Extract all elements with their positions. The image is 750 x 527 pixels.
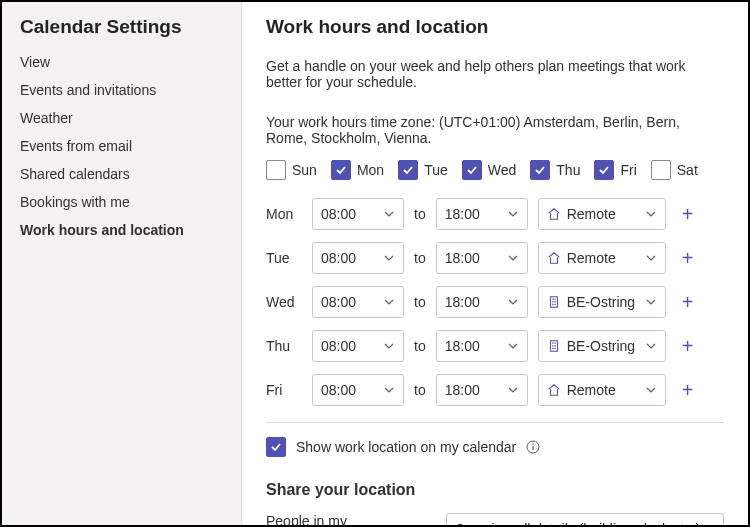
day-toggle-sun[interactable]: Sun <box>266 160 317 180</box>
start-time-select[interactable]: 08:00 <box>312 286 404 318</box>
svg-rect-2 <box>554 299 555 300</box>
end-time-select[interactable]: 18:00 <box>436 242 528 274</box>
checkbox-icon <box>462 160 482 180</box>
svg-rect-5 <box>552 304 553 305</box>
to-label: to <box>414 206 426 222</box>
location-value: BE-Ostring <box>567 294 635 310</box>
chevron-down-icon <box>645 208 657 220</box>
location-select[interactable]: Remote <box>538 374 666 406</box>
row-day-label: Thu <box>266 338 302 354</box>
location-select[interactable]: BE-Ostring <box>538 286 666 318</box>
day-toggle-sat[interactable]: Sat <box>651 160 698 180</box>
to-label: to <box>414 382 426 398</box>
chevron-down-icon <box>703 523 715 525</box>
start-time-select[interactable]: 08:00 <box>312 374 404 406</box>
page-description: Get a handle on your week and help other… <box>266 58 724 90</box>
sidebar-item-bookings[interactable]: Bookings with me <box>2 188 241 216</box>
svg-rect-6 <box>554 304 555 305</box>
location-select[interactable]: Remote <box>538 198 666 230</box>
share-location-row: People in my organisation Can view all d… <box>266 513 724 525</box>
sidebar-item-events-from-email[interactable]: Events from email <box>2 132 241 160</box>
end-time-value: 18:00 <box>445 382 480 398</box>
add-time-slot-button[interactable]: + <box>676 292 700 312</box>
days-of-week-row: SunMonTueWedThuFriSat <box>266 160 724 180</box>
row-day-label: Wed <box>266 294 302 310</box>
work-hours-row-fri: Fri08:00to18:00Remote+ <box>266 374 724 406</box>
to-label: to <box>414 250 426 266</box>
to-label: to <box>414 294 426 310</box>
row-day-label: Fri <box>266 382 302 398</box>
svg-rect-1 <box>552 299 553 300</box>
location-value: Remote <box>567 250 616 266</box>
checkbox-icon <box>594 160 614 180</box>
svg-rect-13 <box>554 348 555 349</box>
chevron-down-icon <box>383 252 395 264</box>
day-toggle-mon[interactable]: Mon <box>331 160 384 180</box>
svg-rect-4 <box>554 301 555 302</box>
location-select[interactable]: Remote <box>538 242 666 274</box>
day-toggle-fri[interactable]: Fri <box>594 160 636 180</box>
sidebar-item-events-invitations[interactable]: Events and invitations <box>2 76 241 104</box>
start-time-select[interactable]: 08:00 <box>312 330 404 362</box>
sidebar-item-work-hours[interactable]: Work hours and location <box>2 216 241 244</box>
end-time-value: 18:00 <box>445 338 480 354</box>
start-time-select[interactable]: 08:00 <box>312 198 404 230</box>
day-label: Fri <box>620 162 636 178</box>
people-in-org-label: People in my organisation <box>266 513 426 525</box>
day-toggle-wed[interactable]: Wed <box>462 160 517 180</box>
show-location-row: Show work location on my calendar <box>266 437 724 457</box>
end-time-select[interactable]: 18:00 <box>436 374 528 406</box>
page-title: Work hours and location <box>266 16 724 38</box>
share-detail-select[interactable]: Can view all details (building, desk etc… <box>446 513 724 525</box>
building-icon <box>547 295 561 309</box>
chevron-down-icon <box>383 384 395 396</box>
end-time-value: 18:00 <box>445 206 480 222</box>
row-day-label: Tue <box>266 250 302 266</box>
checkbox-icon <box>331 160 351 180</box>
day-toggle-tue[interactable]: Tue <box>398 160 448 180</box>
end-time-select[interactable]: 18:00 <box>436 286 528 318</box>
sidebar-item-shared-calendars[interactable]: Shared calendars <box>2 160 241 188</box>
day-label: Sun <box>292 162 317 178</box>
home-icon <box>547 251 561 265</box>
sidebar-item-view[interactable]: View <box>2 48 241 76</box>
start-time-select[interactable]: 08:00 <box>312 242 404 274</box>
svg-rect-7 <box>550 341 557 352</box>
show-location-checkbox[interactable] <box>266 437 286 457</box>
divider <box>266 422 724 423</box>
day-label: Wed <box>488 162 517 178</box>
add-time-slot-button[interactable]: + <box>676 248 700 268</box>
chevron-down-icon <box>383 340 395 352</box>
info-icon[interactable] <box>526 440 540 454</box>
chevron-down-icon <box>645 296 657 308</box>
location-select[interactable]: BE-Ostring <box>538 330 666 362</box>
svg-point-15 <box>532 443 534 445</box>
svg-rect-9 <box>554 343 555 344</box>
share-location-heading: Share your location <box>266 481 724 499</box>
checkbox-icon <box>651 160 671 180</box>
show-location-label: Show work location on my calendar <box>296 439 516 455</box>
svg-rect-8 <box>552 343 553 344</box>
add-time-slot-button[interactable]: + <box>676 204 700 224</box>
add-time-slot-button[interactable]: + <box>676 380 700 400</box>
start-time-value: 08:00 <box>321 382 356 398</box>
chevron-down-icon <box>383 296 395 308</box>
day-label: Sat <box>677 162 698 178</box>
location-value: Remote <box>567 382 616 398</box>
chevron-down-icon <box>383 208 395 220</box>
day-label: Mon <box>357 162 384 178</box>
start-time-value: 08:00 <box>321 338 356 354</box>
add-time-slot-button[interactable]: + <box>676 336 700 356</box>
sidebar-item-weather[interactable]: Weather <box>2 104 241 132</box>
day-toggle-thu[interactable]: Thu <box>530 160 580 180</box>
work-hours-row-wed: Wed08:00to18:00BE-Ostring+ <box>266 286 724 318</box>
sidebar-title: Calendar Settings <box>2 16 241 48</box>
chevron-down-icon <box>507 384 519 396</box>
end-time-select[interactable]: 18:00 <box>436 330 528 362</box>
work-hours-row-thu: Thu08:00to18:00BE-Ostring+ <box>266 330 724 362</box>
end-time-select[interactable]: 18:00 <box>436 198 528 230</box>
checkbox-icon <box>398 160 418 180</box>
chevron-down-icon <box>507 208 519 220</box>
end-time-value: 18:00 <box>445 294 480 310</box>
chevron-down-icon <box>645 252 657 264</box>
